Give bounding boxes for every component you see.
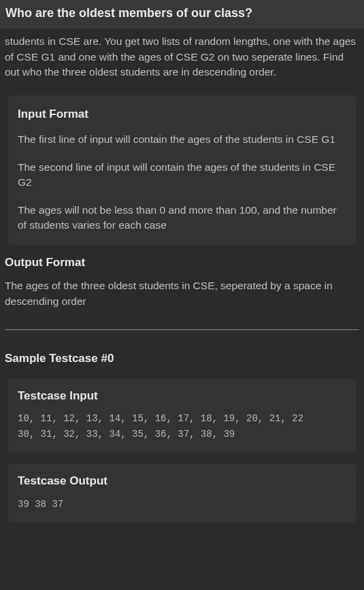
output-format-heading: Output Format — [3, 255, 361, 278]
input-format-line-3: The ages will not be less than 0 and mor… — [18, 203, 346, 233]
title-bar: Who are the oldest members of our class? — [0, 0, 364, 29]
input-format-section: Input Format The first line of input wil… — [8, 95, 356, 246]
divider — [5, 329, 359, 330]
output-format-desc: The ages of the three oldest students in… — [3, 278, 361, 321]
testcase-output-code: 39 38 37 — [18, 497, 346, 512]
testcase-output-heading: Testcase Output — [18, 473, 346, 490]
page-title: Who are the oldest members of our class? — [5, 4, 359, 22]
testcase-output-box: Testcase Output 39 38 37 — [8, 463, 356, 523]
testcase-input-heading: Testcase Input — [18, 388, 346, 405]
problem-intro: students in CSE are. You get two lists o… — [3, 34, 361, 89]
input-format-heading: Input Format — [18, 106, 346, 123]
input-format-line-1: The first line of input will contain the… — [18, 132, 346, 147]
input-format-line-2: The second line of input will contain th… — [18, 160, 346, 191]
problem-content: students in CSE are. You get two lists o… — [0, 29, 364, 547]
testcase-input-box: Testcase Input 10, 11, 12, 13, 14, 15, 1… — [8, 378, 356, 453]
sample-testcase-title: Sample Testcase #0 — [3, 350, 361, 378]
testcase-input-code: 10, 11, 12, 13, 14, 15, 16, 17, 18, 19, … — [18, 411, 346, 442]
